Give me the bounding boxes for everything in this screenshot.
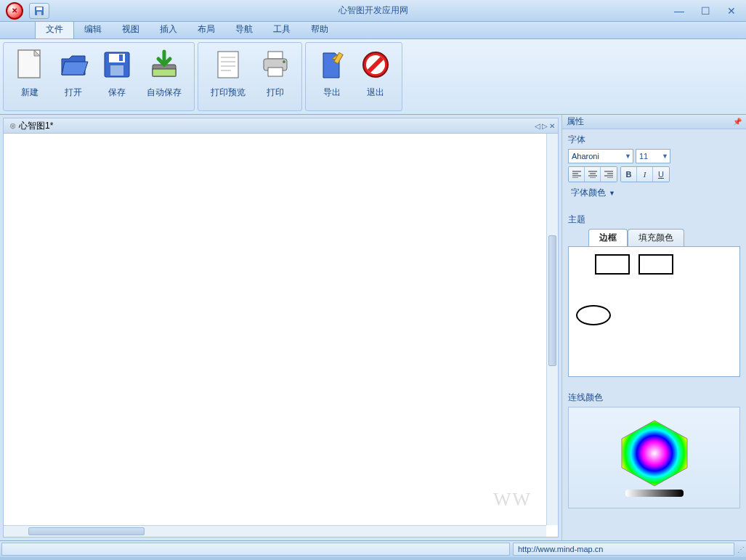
menu-help[interactable]: 帮助 bbox=[301, 20, 338, 38]
align-right-button[interactable] bbox=[601, 167, 617, 182]
svg-rect-2 bbox=[37, 12, 41, 15]
vertical-scrollbar[interactable] bbox=[546, 134, 558, 525]
menu-tools[interactable]: 工具 bbox=[263, 20, 301, 38]
chevron-down-icon: ▼ bbox=[625, 153, 631, 160]
menu-navigate[interactable]: 导航 bbox=[225, 20, 263, 38]
menu-bar: 文件 编辑 视图 插入 布局 导航 工具 帮助 bbox=[0, 22, 746, 39]
status-bar: http://www.mind-map.cn ⋰ bbox=[0, 540, 746, 557]
document-tab[interactable]: ⊗ 心智图1* bbox=[4, 120, 59, 132]
print-button[interactable]: 打印 bbox=[254, 44, 297, 109]
status-left bbox=[1, 543, 510, 556]
tab-border[interactable]: 边框 bbox=[588, 229, 628, 246]
svg-rect-7 bbox=[110, 65, 123, 76]
menu-view[interactable]: 视图 bbox=[112, 20, 150, 38]
tab-label: 心智图1* bbox=[19, 120, 53, 132]
minimize-button[interactable]: — bbox=[670, 4, 688, 17]
theme-tabs: 边框 填充颜色 bbox=[588, 229, 740, 246]
document-area: ⊗ 心智图1* ◁ ▷ ✕ WW bbox=[0, 115, 561, 540]
ribbon-group-file: 新建 打开 保存 自动保存 bbox=[3, 42, 195, 111]
align-group bbox=[568, 166, 617, 182]
status-url: http://www.mind-map.cn bbox=[513, 543, 734, 556]
autosave-icon bbox=[147, 47, 182, 82]
vscroll-thumb[interactable] bbox=[548, 235, 556, 366]
svg-rect-11 bbox=[218, 52, 238, 78]
underline-button[interactable]: U bbox=[653, 167, 669, 182]
save-icon bbox=[100, 47, 134, 82]
svg-rect-8 bbox=[119, 54, 123, 61]
panel-title-bar: 属性 📌 bbox=[562, 115, 746, 129]
font-color-combo[interactable]: 字体颜色 ▼ bbox=[568, 185, 618, 200]
print-preview-button[interactable]: 打印预览 bbox=[203, 44, 254, 109]
autosave-button[interactable]: 自动保存 bbox=[139, 44, 190, 109]
tab-close-icon[interactable]: ⊗ bbox=[9, 121, 16, 131]
menu-file[interactable]: 文件 bbox=[35, 20, 74, 38]
watermark: WW bbox=[493, 489, 532, 511]
pin-icon[interactable]: 📌 bbox=[733, 118, 742, 126]
menu-layout[interactable]: 布局 bbox=[187, 20, 225, 38]
print-preview-icon bbox=[211, 47, 246, 82]
font-section: 字体 Aharoni ▼ 11 ▼ B I bbox=[562, 129, 746, 205]
hscroll-thumb[interactable] bbox=[28, 527, 145, 535]
canvas[interactable]: WW bbox=[4, 134, 546, 525]
font-size-combo[interactable]: 11 ▼ bbox=[636, 149, 670, 163]
italic-button[interactable]: I bbox=[637, 167, 653, 182]
chevron-down-icon: ▼ bbox=[662, 153, 668, 160]
style-group: B I U bbox=[620, 166, 670, 182]
tab-prev-icon[interactable]: ◁ bbox=[535, 122, 540, 130]
ribbon-group-print: 打印预览 打印 bbox=[198, 42, 302, 111]
canvas-wrap: WW bbox=[3, 134, 559, 537]
save-icon bbox=[34, 6, 44, 16]
shape-rectangle[interactable] bbox=[595, 254, 630, 275]
shape-picker bbox=[568, 246, 740, 377]
tab-next-icon[interactable]: ▷ bbox=[542, 122, 548, 130]
tab-fill[interactable]: 填充颜色 bbox=[628, 229, 684, 246]
document-tabs: ⊗ 心智图1* ◁ ▷ ✕ bbox=[3, 118, 559, 134]
align-left-button[interactable] bbox=[569, 167, 585, 182]
export-icon bbox=[315, 47, 349, 82]
font-section-label: 字体 bbox=[568, 134, 740, 146]
open-button[interactable]: 打开 bbox=[52, 44, 95, 109]
tab-nav: ◁ ▷ ✕ bbox=[535, 122, 558, 130]
close-button[interactable]: ✕ bbox=[723, 4, 740, 17]
maximize-button[interactable]: ☐ bbox=[697, 4, 714, 17]
color-hex-picker[interactable] bbox=[568, 407, 740, 508]
svg-rect-10 bbox=[153, 69, 176, 76]
export-button[interactable]: 导出 bbox=[310, 44, 354, 109]
theme-section-label: 主题 bbox=[568, 214, 740, 226]
svg-rect-16 bbox=[268, 52, 283, 59]
print-icon bbox=[258, 47, 293, 82]
theme-section: 主题 边框 填充颜色 bbox=[562, 209, 746, 381]
svg-rect-1 bbox=[36, 7, 42, 10]
line-color-section: 连线颜色 bbox=[562, 387, 746, 513]
window-controls: — ☐ ✕ bbox=[670, 4, 740, 17]
window-title: 心智图开发应用网 bbox=[338, 4, 408, 17]
svg-rect-37 bbox=[625, 490, 684, 497]
font-name-combo[interactable]: Aharoni ▼ bbox=[568, 149, 633, 163]
horizontal-scrollbar[interactable] bbox=[4, 525, 546, 537]
workspace: ⊗ 心智图1* ◁ ▷ ✕ WW 属性 📌 字体 bbox=[0, 115, 746, 540]
svg-marker-36 bbox=[622, 421, 687, 486]
ribbon: 新建 打开 保存 自动保存 打印预览 bbox=[0, 39, 746, 115]
shape-rectangle-2[interactable] bbox=[638, 254, 673, 275]
panel-title: 属性 bbox=[567, 115, 584, 128]
properties-panel: 属性 📌 字体 Aharoni ▼ 11 ▼ bbox=[561, 115, 746, 540]
tab-close-all-icon[interactable]: ✕ bbox=[549, 122, 555, 130]
exit-button[interactable]: 退出 bbox=[354, 44, 397, 109]
svg-point-18 bbox=[283, 60, 285, 63]
new-button[interactable]: 新建 bbox=[8, 44, 52, 109]
new-icon bbox=[12, 47, 47, 82]
bold-button[interactable]: B bbox=[621, 167, 637, 182]
menu-insert[interactable]: 插入 bbox=[150, 20, 187, 38]
gray-scale[interactable] bbox=[625, 490, 684, 498]
shape-ellipse[interactable] bbox=[576, 305, 611, 325]
align-center-button[interactable] bbox=[585, 167, 601, 182]
save-button[interactable]: 保存 bbox=[95, 44, 139, 109]
quick-access-save[interactable] bbox=[29, 3, 49, 19]
exit-icon bbox=[358, 47, 393, 82]
open-icon bbox=[56, 47, 91, 82]
svg-rect-19 bbox=[268, 68, 283, 76]
resize-grip-icon[interactable]: ⋰ bbox=[736, 545, 746, 553]
menu-edit[interactable]: 编辑 bbox=[74, 20, 112, 38]
titlebar: ✕ 心智图开发应用网 — ☐ ✕ bbox=[0, 0, 746, 22]
app-menu-orb[interactable]: ✕ bbox=[6, 2, 23, 20]
